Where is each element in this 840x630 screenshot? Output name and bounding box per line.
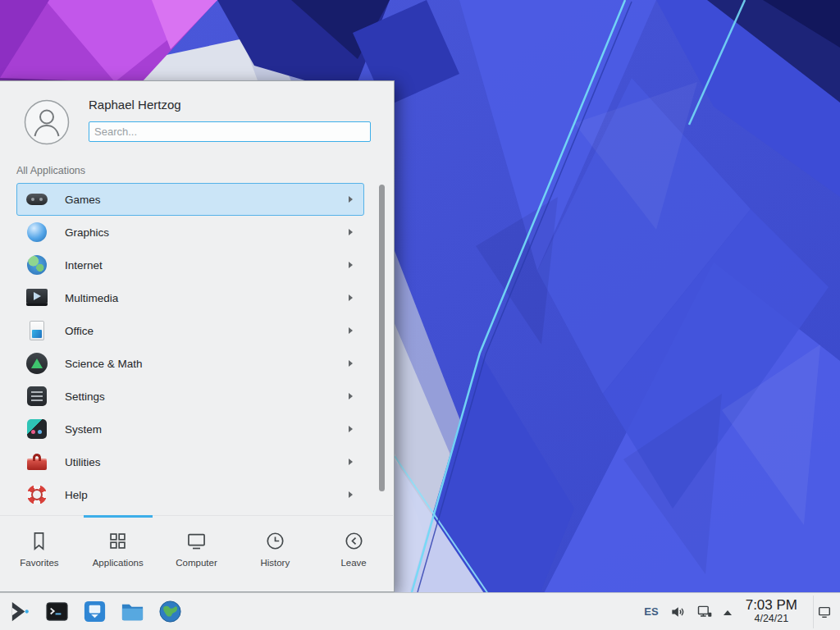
category-label: Settings — [65, 390, 105, 403]
menu-tab-bar: Favorites Applications Computer — [0, 515, 393, 592]
category-label: System — [65, 423, 102, 436]
category-utilities[interactable]: Utilities — [16, 445, 364, 478]
chevron-right-icon — [349, 491, 353, 498]
scrollbar-thumb[interactable] — [379, 185, 385, 491]
chevron-right-icon — [349, 459, 353, 465]
category-system[interactable]: System — [16, 413, 364, 445]
chevron-right-icon — [349, 426, 353, 432]
category-office[interactable]: Office — [16, 314, 364, 347]
category-label: Science & Math — [65, 358, 143, 370]
office-icon — [25, 319, 48, 342]
section-label: All Applications — [16, 165, 85, 176]
tab-label: Leave — [340, 558, 366, 568]
category-settings[interactable]: Settings — [16, 380, 364, 413]
app-launcher-icon[interactable] — [6, 598, 33, 625]
file-manager-icon[interactable] — [119, 598, 146, 625]
user-avatar[interactable] — [24, 99, 70, 145]
history-clock-icon — [264, 530, 286, 552]
chevron-right-icon — [349, 360, 353, 367]
chevron-right-icon — [349, 393, 353, 399]
tab-favorites[interactable]: Favorites — [0, 516, 79, 592]
menu-header: Raphael Hertzog — [0, 81, 394, 157]
multimedia-icon — [25, 286, 48, 309]
volume-icon[interactable] — [669, 604, 686, 620]
category-label: Graphics — [65, 226, 109, 239]
app-grid-icon — [107, 530, 129, 552]
category-science-math[interactable]: Science & Math — [16, 347, 364, 380]
utilities-icon — [25, 450, 48, 473]
show-desktop-button[interactable] — [813, 596, 835, 628]
software-center-icon[interactable] — [81, 598, 108, 625]
help-icon — [25, 483, 48, 506]
category-games[interactable]: Games — [16, 183, 364, 216]
chevron-right-icon — [349, 327, 353, 334]
leave-icon — [343, 530, 365, 552]
taskbar-launchers — [0, 598, 184, 625]
network-icon[interactable] — [696, 604, 713, 620]
games-icon — [25, 188, 48, 211]
system-icon — [25, 418, 48, 441]
category-list: Games Graphics Internet Multimedia Offic — [16, 183, 366, 515]
category-label: Games — [65, 194, 101, 206]
category-internet[interactable]: Internet — [16, 249, 364, 281]
clock-date: 4/24/21 — [746, 614, 797, 625]
category-graphics[interactable]: Graphics — [16, 216, 364, 249]
user-name: Raphael Hertzog — [89, 98, 181, 112]
category-label: Office — [65, 325, 94, 337]
category-label: Utilities — [65, 456, 101, 468]
web-browser-icon[interactable] — [157, 598, 184, 625]
settings-icon — [25, 385, 48, 408]
internet-icon — [25, 253, 48, 276]
category-label: Internet — [65, 259, 103, 272]
chevron-right-icon — [349, 294, 353, 301]
science-icon — [25, 352, 48, 375]
clock[interactable]: 7:03 PM 4/24/21 — [746, 598, 797, 625]
category-label: Multimedia — [65, 292, 118, 304]
chevron-right-icon — [349, 262, 353, 268]
expand-tray-icon[interactable] — [724, 610, 732, 615]
tab-computer[interactable]: Computer — [158, 516, 236, 592]
application-launcher-menu: Raphael Hertzog All Applications Games G… — [0, 80, 395, 592]
tab-leave[interactable]: Leave — [314, 516, 393, 592]
scrollbar[interactable] — [379, 183, 385, 515]
keyboard-layout-indicator[interactable]: ES — [644, 605, 658, 618]
category-multimedia[interactable]: Multimedia — [16, 281, 364, 314]
computer-icon — [185, 530, 208, 552]
taskbar: ES 7:03 PM 4/24/21 — [0, 592, 840, 630]
clock-time: 7:03 PM — [746, 598, 797, 614]
tab-label: Applications — [93, 558, 144, 568]
graphics-icon — [25, 221, 48, 244]
desktop: Raphael Hertzog All Applications Games G… — [0, 0, 840, 630]
tab-label: Computer — [176, 558, 217, 568]
chevron-right-icon — [349, 229, 353, 235]
category-help[interactable]: Help — [16, 478, 364, 511]
tab-history[interactable]: History — [235, 516, 314, 592]
tab-label: Favorites — [20, 558, 58, 568]
bookmark-icon — [28, 530, 50, 552]
category-label: Help — [65, 489, 88, 501]
tab-label: History — [260, 558, 290, 568]
terminal-icon[interactable] — [43, 598, 71, 625]
search-input[interactable] — [89, 121, 371, 142]
chevron-right-icon — [349, 196, 353, 203]
system-tray: ES 7:03 PM 4/24/21 — [644, 596, 840, 628]
tab-applications[interactable]: Applications — [79, 516, 158, 592]
